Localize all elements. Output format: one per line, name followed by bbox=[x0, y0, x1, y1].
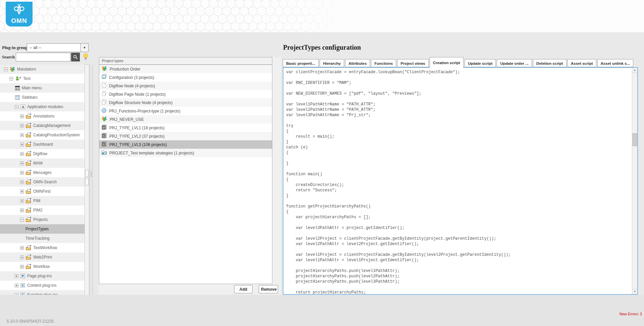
tree-item-omn-search[interactable]: OMN-Search bbox=[0, 177, 85, 187]
expand-icon[interactable] bbox=[20, 199, 24, 203]
tree-item-application-modules[interactable]: AApplication modules bbox=[0, 102, 85, 111]
editor-scrollbar-thumb[interactable] bbox=[633, 133, 637, 146]
project-type-row-prj-type-lvl3-106-projects[interactable]: 3PRJ_TYPE_LVL3 (106 projects) bbox=[99, 140, 272, 149]
tree-item-label: ProjectTypes bbox=[25, 227, 49, 231]
tree-item-dashboard[interactable]: Dashboard bbox=[0, 140, 85, 149]
tab-hierarchy[interactable]: Hierarchy bbox=[320, 59, 344, 67]
project-type-row-prj-type-lvl1-18-projects[interactable]: 1PRJ_TYPE_LVL1 (18 projects) bbox=[99, 124, 272, 132]
code-text[interactable]: var clientProjectFacade = entryFacade.lo… bbox=[283, 68, 632, 294]
module-folder-icon bbox=[25, 123, 32, 128]
tab-basic-properti[interactable]: Basic properti... bbox=[283, 59, 319, 67]
tree-item-label: TextWorkflow bbox=[33, 245, 57, 250]
editor-tabs: Basic properti...HierarchyAttributesFunc… bbox=[283, 56, 639, 67]
tree-scrollbar-thumb[interactable] bbox=[85, 170, 89, 185]
project-type-row-production-order[interactable]: Production Order bbox=[99, 65, 272, 73]
tab-asset-script[interactable]: Asset script bbox=[568, 59, 596, 67]
expand-icon[interactable] bbox=[20, 161, 24, 165]
project-type-label: PRJ_TYPE_LVL1 (18 projects) bbox=[109, 126, 165, 130]
config-pages-icon bbox=[101, 74, 107, 81]
search-input[interactable] bbox=[16, 53, 70, 61]
module-folder-icon bbox=[25, 264, 32, 269]
tab-deletion-script[interactable]: Deletion script bbox=[533, 59, 567, 67]
search-button[interactable] bbox=[71, 53, 80, 61]
search-icon bbox=[73, 55, 78, 59]
collapse-icon[interactable] bbox=[9, 77, 13, 81]
plugin-c-icon: C bbox=[20, 283, 25, 288]
project-type-row-digiflow-node-4-projects[interactable]: Digiflow Node (4 projects) bbox=[99, 82, 272, 90]
tree-item-pim2[interactable]: PIM2 bbox=[0, 205, 85, 215]
hint-bulb-icon[interactable] bbox=[83, 53, 89, 61]
tree-item-textworkflow[interactable]: TextWorkflow bbox=[0, 243, 85, 252]
tree-item-catalogproductionsystem[interactable]: CatalogProductionSystem bbox=[0, 130, 85, 140]
tree-item-annotations[interactable]: Annotations bbox=[0, 111, 85, 121]
panel-splitter[interactable] bbox=[90, 64, 93, 312]
expand-icon[interactable] bbox=[20, 265, 24, 269]
expand-icon[interactable] bbox=[20, 171, 24, 175]
collapse-icon[interactable] bbox=[15, 105, 18, 109]
pages-icon bbox=[101, 99, 107, 106]
project-type-label: Digiflow Page Node (1 projects) bbox=[109, 92, 166, 97]
chevron-down-icon[interactable]: ▼ bbox=[80, 44, 88, 52]
tree-item-test[interactable]: Test bbox=[0, 74, 85, 83]
script-editor[interactable]: var clientProjectFacade = entryFacade.lo… bbox=[283, 67, 638, 295]
expand-icon[interactable] bbox=[20, 255, 24, 259]
project-type-label: PRJ_TYPE_LVL2 (37 projects) bbox=[109, 134, 165, 139]
expand-icon[interactable] bbox=[20, 114, 24, 118]
tree-item-projects[interactable]: Projects bbox=[0, 215, 85, 224]
project-type-row-digiflow-structure-node-4-projects[interactable]: Digiflow Structure Node (4 projects) bbox=[99, 98, 272, 107]
editor-scrollbar-up-icon[interactable]: ▲ bbox=[632, 68, 637, 73]
expand-icon[interactable] bbox=[20, 133, 24, 137]
tree-item-mam[interactable]: MAM bbox=[0, 158, 85, 168]
lvl2-icon: 2 bbox=[101, 133, 107, 139]
logo-text: OMN bbox=[6, 17, 33, 25]
tree-item-projecttypes[interactable]: ProjectTypes bbox=[0, 224, 85, 234]
project-type-row-prj-type-lvl2-37-projects[interactable]: 2PRJ_TYPE_LVL2 (37 projects) bbox=[99, 132, 272, 140]
tree-item-sidebars[interactable]: Sidebars bbox=[0, 93, 85, 102]
expand-icon[interactable] bbox=[15, 284, 18, 287]
collapse-icon[interactable] bbox=[20, 218, 24, 222]
expand-icon[interactable] bbox=[20, 208, 24, 212]
tree-item-workflow[interactable]: Workflow bbox=[0, 262, 85, 271]
expand-icon[interactable] bbox=[20, 152, 24, 156]
tab-update-order[interactable]: Update order ... bbox=[497, 59, 532, 67]
remove-button[interactable]: Remove bbox=[259, 285, 278, 293]
tree-item-pim[interactable]: PIM bbox=[0, 196, 85, 205]
editor-scrollbar-down-icon[interactable]: ▼ bbox=[632, 289, 637, 294]
tree-item-main-menu[interactable]: Main menu bbox=[0, 83, 85, 93]
project-type-row-configuration-3-projects[interactable]: Configuration (3 projects) bbox=[99, 73, 272, 82]
project-type-row-project-test-template-strategies-1-projects[interactable]: PROJECT_Test template strategies (1 proj… bbox=[99, 149, 272, 157]
tree-item-label: Test bbox=[23, 76, 31, 81]
tab-attributes[interactable]: Attributes bbox=[345, 59, 370, 67]
expand-icon[interactable] bbox=[20, 190, 24, 193]
plugin-group-select[interactable]: -- all -- ▼ bbox=[27, 43, 89, 52]
project-type-row-prj-never-use[interactable]: PRJ_NEVER_USE bbox=[99, 115, 272, 124]
svg-text:A: A bbox=[21, 105, 24, 109]
svg-text:C: C bbox=[22, 284, 24, 287]
tree-item-page-plug-ins[interactable]: PPage plug-ins bbox=[0, 271, 85, 281]
project-type-row-digiflow-page-node-1-projects[interactable]: Digiflow Page Node (1 projects) bbox=[99, 90, 272, 98]
tree-item-label: Messages bbox=[33, 170, 52, 175]
tree-item-catalogmanagement[interactable]: CatalogManagement bbox=[0, 121, 85, 130]
collapse-icon[interactable] bbox=[4, 67, 8, 71]
tree-item-omnfind[interactable]: OMNFind bbox=[0, 187, 85, 196]
expand-icon[interactable] bbox=[15, 274, 18, 278]
tree-item-messages[interactable]: Messages bbox=[0, 168, 85, 177]
project-type-label: PRJ_TYPE_LVL3 (106 projects) bbox=[109, 142, 167, 147]
tree-item-web2print[interactable]: Web2Print bbox=[0, 252, 85, 262]
tree-item-digiflow[interactable]: Digiflow bbox=[0, 149, 85, 158]
project-type-label: Production Order bbox=[110, 67, 140, 72]
expand-icon[interactable] bbox=[20, 246, 24, 250]
tree-item-timetracking[interactable]: TimeTracking bbox=[0, 234, 85, 243]
tab-asset-unlink-s[interactable]: Asset unlink s... bbox=[597, 59, 634, 67]
tab-creation-script[interactable]: Creation script bbox=[430, 57, 464, 68]
add-button[interactable]: Add bbox=[234, 285, 253, 293]
tree-item-mandators[interactable]: Mandators bbox=[0, 64, 85, 74]
tab-functions[interactable]: Functions bbox=[371, 59, 396, 67]
project-type-row-prj-functions-project-type-1-projects[interactable]: PRJ_Functions-Project-type (1 projects) bbox=[99, 107, 272, 115]
tab-project-views[interactable]: Project views bbox=[397, 59, 429, 67]
expand-icon[interactable] bbox=[20, 143, 24, 146]
tab-update-script[interactable]: Update script bbox=[465, 59, 496, 67]
expand-icon[interactable] bbox=[20, 180, 24, 184]
tree-item-content-plug-ins[interactable]: CContent plug-ins bbox=[0, 281, 85, 290]
expand-icon[interactable] bbox=[20, 124, 24, 128]
